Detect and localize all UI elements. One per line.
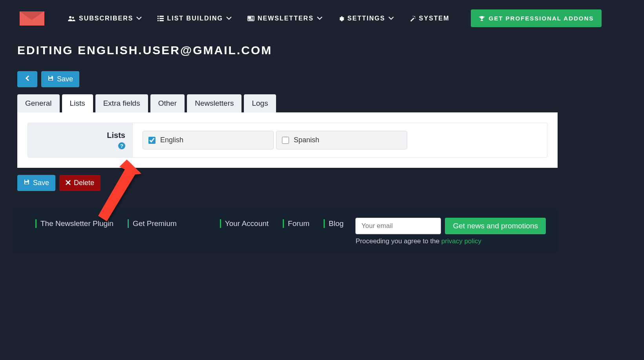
- bottom-actions: Save Delete: [12, 168, 644, 191]
- svg-rect-5: [159, 16, 164, 17]
- svg-rect-17: [481, 19, 482, 20]
- accent-bar-icon: [283, 219, 284, 228]
- accent-bar-icon: [324, 219, 325, 228]
- chevron-down-icon: [388, 16, 394, 21]
- help-icon[interactable]: ?: [118, 142, 125, 149]
- users-icon: [68, 15, 76, 22]
- list-icon: [157, 16, 164, 21]
- form-row-lists: Lists ? English Spanish: [27, 123, 547, 158]
- svg-point-15: [413, 16, 413, 17]
- save-icon: [24, 179, 30, 187]
- svg-point-16: [415, 18, 415, 18]
- tab-panel-lists: Lists ? English Spanish: [17, 112, 558, 168]
- button-label: Save: [33, 179, 49, 187]
- footer-links: The Newsletter Plugin Get Premium Your A…: [35, 218, 344, 228]
- svg-rect-22: [25, 182, 28, 184]
- nav-label: NEWSLETTERS: [258, 15, 314, 22]
- chevron-down-icon: [226, 16, 232, 21]
- svg-rect-4: [157, 20, 159, 21]
- subscribe-button[interactable]: Get news and promotions: [445, 218, 546, 234]
- svg-rect-2: [157, 16, 159, 17]
- gear-icon: [338, 15, 344, 22]
- nav-newsletters[interactable]: NEWSLETTERS: [247, 15, 322, 22]
- svg-rect-7: [159, 20, 164, 21]
- subscribe-row: Get news and promotions: [355, 218, 546, 234]
- nav-label: SUBSCRIBERS: [79, 15, 133, 22]
- page-title: EDITING ENGLISH.USER@GMAIL.COM: [12, 37, 644, 71]
- magic-wand-icon: [410, 15, 416, 22]
- consent-text: Proceeding you agree to the privacy poli…: [355, 237, 546, 245]
- svg-rect-20: [49, 79, 52, 80]
- tab-general[interactable]: General: [17, 94, 60, 112]
- svg-point-1: [72, 17, 74, 18]
- footer-link-account[interactable]: Your Account: [220, 219, 269, 228]
- nav-system[interactable]: SYSTEM: [410, 15, 450, 22]
- button-label: GET PROFESSIONAL ADDONS: [489, 15, 594, 22]
- svg-point-0: [69, 16, 71, 18]
- tab-newsletters[interactable]: Newsletters: [187, 94, 242, 112]
- email-input[interactable]: [355, 218, 441, 234]
- nav-settings[interactable]: SETTINGS: [338, 15, 394, 22]
- footer-link-forum[interactable]: Forum: [283, 219, 309, 228]
- footer-link-blog[interactable]: Blog: [324, 219, 344, 228]
- footer: The Newsletter Plugin Get Premium Your A…: [12, 208, 558, 253]
- tabs: General Lists Extra fields Other Newslet…: [12, 94, 644, 112]
- nav-label: SYSTEM: [419, 15, 450, 22]
- save-button-top[interactable]: Save: [41, 71, 79, 87]
- form-label-cell: Lists ?: [28, 123, 133, 157]
- get-addons-button[interactable]: GET PROFESSIONAL ADDONS: [471, 9, 602, 27]
- nav-list-building[interactable]: LIST BUILDING: [157, 15, 231, 22]
- save-button-bottom[interactable]: Save: [17, 175, 55, 191]
- checkbox-english[interactable]: [148, 137, 156, 144]
- lists-options-container: English Spanish: [133, 123, 417, 157]
- footer-link-premium[interactable]: Get Premium: [128, 219, 177, 228]
- option-label: English: [160, 136, 183, 144]
- newspaper-icon: [247, 16, 254, 21]
- nav-label: SETTINGS: [348, 15, 385, 22]
- svg-rect-18: [481, 20, 483, 21]
- save-icon: [48, 75, 54, 83]
- svg-rect-19: [49, 76, 51, 77]
- link-label: The Newsletter Plugin: [40, 219, 113, 228]
- accent-bar-icon: [128, 219, 129, 228]
- tab-logs[interactable]: Logs: [244, 94, 276, 112]
- checkbox-spanish[interactable]: [282, 137, 289, 144]
- top-actions: Save: [12, 71, 644, 87]
- svg-rect-9: [249, 17, 251, 18]
- back-button[interactable]: [17, 71, 37, 87]
- header: SUBSCRIBERS LIST BUILDING NEWSLETTERS SE…: [12, 0, 644, 37]
- chevron-down-icon: [136, 16, 142, 21]
- tab-extra-fields[interactable]: Extra fields: [95, 94, 148, 112]
- nav-subscribers[interactable]: SUBSCRIBERS: [68, 15, 142, 22]
- subscribe-form: Get news and promotions Proceeding you a…: [355, 218, 546, 245]
- link-label: Your Account: [225, 219, 269, 228]
- link-label: Get Premium: [133, 219, 177, 228]
- list-option-spanish[interactable]: Spanish: [276, 131, 407, 149]
- close-icon: [66, 179, 71, 187]
- list-option-english[interactable]: English: [143, 131, 274, 149]
- tab-lists[interactable]: Lists: [62, 94, 93, 112]
- option-label: Spanish: [294, 136, 319, 144]
- svg-rect-21: [25, 180, 27, 181]
- svg-rect-6: [159, 18, 164, 19]
- main-nav: SUBSCRIBERS LIST BUILDING NEWSLETTERS SE…: [68, 9, 602, 27]
- link-label: Forum: [288, 219, 309, 228]
- link-label: Blog: [329, 219, 344, 228]
- svg-point-14: [414, 16, 415, 17]
- trophy-icon: [479, 15, 485, 22]
- svg-rect-3: [157, 18, 159, 19]
- button-label: Delete: [74, 179, 94, 187]
- nav-label: LIST BUILDING: [167, 15, 223, 22]
- lists-label: Lists: [36, 131, 125, 140]
- chevron-down-icon: [317, 16, 322, 21]
- footer-link-plugin[interactable]: The Newsletter Plugin: [35, 219, 113, 228]
- accent-bar-icon: [35, 219, 37, 228]
- button-label: Save: [57, 75, 73, 83]
- accent-bar-icon: [220, 219, 221, 228]
- delete-button[interactable]: Delete: [59, 175, 101, 191]
- tab-other[interactable]: Other: [150, 94, 185, 112]
- privacy-link[interactable]: privacy policy: [441, 237, 481, 245]
- app-logo[interactable]: [20, 11, 44, 26]
- consent-prefix: Proceeding you agree to the: [355, 237, 441, 245]
- chevron-left-icon: [25, 75, 29, 83]
